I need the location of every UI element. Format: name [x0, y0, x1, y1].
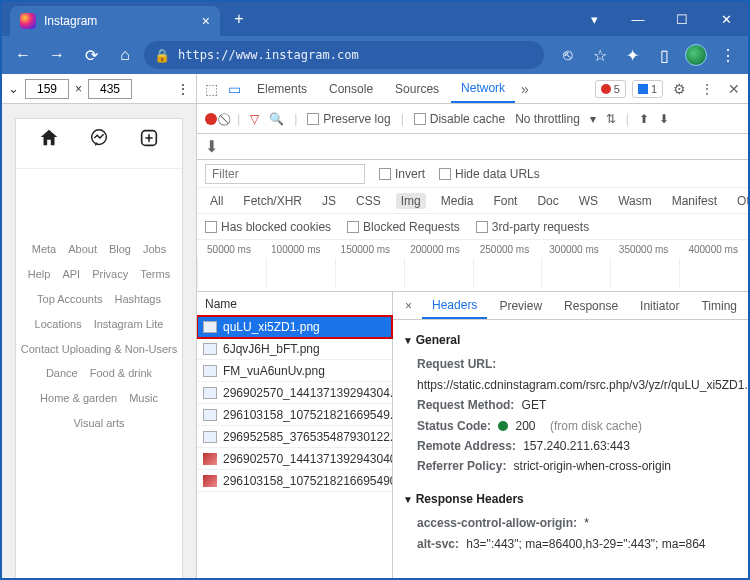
- request-row[interactable]: 296103158_1075218216695490...: [197, 470, 392, 492]
- search-icon[interactable]: 🔍: [269, 112, 284, 126]
- detail-tab-response[interactable]: Response: [554, 292, 628, 319]
- name-column-header[interactable]: Name: [197, 292, 392, 316]
- type-filter-css[interactable]: CSS: [351, 193, 386, 209]
- footer-link[interactable]: Visual arts: [73, 413, 124, 434]
- browser-tab[interactable]: Instagram ×: [10, 6, 220, 36]
- type-filter-doc[interactable]: Doc: [532, 193, 563, 209]
- viewport-width-input[interactable]: [25, 79, 69, 99]
- section-response-headers[interactable]: Response Headers: [403, 489, 738, 509]
- record-button[interactable]: [205, 113, 217, 125]
- footer-link[interactable]: Locations: [35, 314, 82, 335]
- footer-link[interactable]: API: [62, 264, 80, 285]
- forward-button[interactable]: →: [42, 40, 72, 70]
- third-party-checkbox[interactable]: 3rd-party requests: [476, 220, 589, 234]
- download-icon[interactable]: ⬇: [205, 137, 218, 156]
- minimize-button[interactable]: —: [616, 2, 660, 36]
- type-filter-wasm[interactable]: Wasm: [613, 193, 657, 209]
- reload-button[interactable]: ⟳: [76, 40, 106, 70]
- close-window-button[interactable]: ✕: [704, 2, 748, 36]
- settings-icon[interactable]: ⚙: [669, 81, 690, 97]
- request-row[interactable]: 6JqvJ6H_bFT.png: [197, 338, 392, 360]
- star-icon[interactable]: ☆: [586, 41, 614, 69]
- device-dropdown-icon[interactable]: ⌄: [8, 81, 19, 96]
- footer-link[interactable]: Music: [129, 388, 158, 409]
- tab-elements[interactable]: Elements: [247, 74, 317, 103]
- request-row[interactable]: 296902570_144137139294304...: [197, 382, 392, 404]
- footer-link[interactable]: About: [68, 239, 97, 260]
- messages-badge[interactable]: 1: [632, 80, 663, 98]
- upload-har-icon[interactable]: ⬆: [639, 112, 649, 126]
- filter-icon[interactable]: ▽: [250, 112, 259, 126]
- footer-link[interactable]: Privacy: [92, 264, 128, 285]
- footer-link[interactable]: Hashtags: [114, 289, 160, 310]
- footer-link[interactable]: Jobs: [143, 239, 166, 260]
- footer-link[interactable]: Food & drink: [90, 363, 152, 384]
- profile-avatar[interactable]: [682, 41, 710, 69]
- devtools-close-icon[interactable]: ✕: [724, 81, 744, 97]
- throttling-caret-icon[interactable]: ▾: [590, 112, 596, 126]
- share-icon[interactable]: ⎋: [554, 41, 582, 69]
- panel-icon[interactable]: ▯: [650, 41, 678, 69]
- blocked-cookies-checkbox[interactable]: Has blocked cookies: [205, 220, 331, 234]
- inspect-icon[interactable]: ⬚: [201, 81, 222, 97]
- maximize-button[interactable]: ☐: [660, 2, 704, 36]
- wifi-icon[interactable]: ⇅: [606, 112, 616, 126]
- tab-close-icon[interactable]: ×: [202, 13, 210, 29]
- kebab-menu-icon[interactable]: ⋮: [714, 41, 742, 69]
- blocked-requests-checkbox[interactable]: Blocked Requests: [347, 220, 460, 234]
- footer-link[interactable]: Terms: [140, 264, 170, 285]
- chevron-down-icon[interactable]: ▾: [572, 2, 616, 36]
- type-filter-other[interactable]: Other: [732, 193, 748, 209]
- viewport-height-input[interactable]: [88, 79, 132, 99]
- url-bar[interactable]: 🔒 https://www.instagram.com: [144, 41, 544, 69]
- hide-data-urls-checkbox[interactable]: Hide data URLs: [439, 167, 540, 181]
- footer-link[interactable]: Help: [28, 264, 51, 285]
- footer-link[interactable]: Home & garden: [40, 388, 117, 409]
- type-filter-all[interactable]: All: [205, 193, 228, 209]
- request-row[interactable]: FM_vuA6unUv.png: [197, 360, 392, 382]
- disable-cache-checkbox[interactable]: Disable cache: [414, 112, 505, 126]
- type-filter-img[interactable]: Img: [396, 193, 426, 209]
- type-filter-fetchxhr[interactable]: Fetch/XHR: [238, 193, 307, 209]
- footer-link[interactable]: Top Accounts: [37, 289, 102, 310]
- detail-tab-headers[interactable]: Headers: [422, 292, 487, 319]
- back-button[interactable]: ←: [8, 40, 38, 70]
- footer-link[interactable]: Dance: [46, 363, 78, 384]
- download-har-icon[interactable]: ⬇: [659, 112, 669, 126]
- more-tabs-icon[interactable]: »: [517, 81, 533, 97]
- footer-link[interactable]: Blog: [109, 239, 131, 260]
- detail-close-icon[interactable]: ×: [397, 299, 420, 313]
- new-tab-button[interactable]: +: [226, 6, 252, 32]
- messenger-icon[interactable]: [88, 127, 110, 154]
- request-row[interactable]: 296952585_376535487930122...: [197, 426, 392, 448]
- type-filter-js[interactable]: JS: [317, 193, 341, 209]
- timeline[interactable]: 50000 ms100000 ms150000 ms200000 ms25000…: [197, 240, 748, 292]
- devtools-more-icon[interactable]: ⋮: [696, 81, 718, 97]
- create-post-icon[interactable]: [138, 127, 160, 154]
- detail-tab-preview[interactable]: Preview: [489, 292, 552, 319]
- type-filter-ws[interactable]: WS: [574, 193, 603, 209]
- errors-badge[interactable]: 5: [595, 80, 626, 98]
- home-button[interactable]: ⌂: [110, 40, 140, 70]
- throttling-dropdown[interactable]: No throttling: [515, 112, 580, 126]
- type-filter-manifest[interactable]: Manifest: [667, 193, 722, 209]
- tab-network[interactable]: Network: [451, 74, 515, 103]
- filter-input[interactable]: [205, 164, 365, 184]
- extensions-icon[interactable]: ✦: [618, 41, 646, 69]
- section-general[interactable]: General: [403, 330, 738, 350]
- request-row[interactable]: 296902570_1441371392943040...: [197, 448, 392, 470]
- request-row[interactable]: quLU_xi5ZD1.png: [197, 316, 392, 338]
- detail-tab-timing[interactable]: Timing: [691, 292, 747, 319]
- tab-sources[interactable]: Sources: [385, 74, 449, 103]
- footer-link[interactable]: Instagram Lite: [94, 314, 164, 335]
- device-toggle-icon[interactable]: ▭: [224, 81, 245, 97]
- home-icon[interactable]: [38, 127, 60, 154]
- type-filter-font[interactable]: Font: [488, 193, 522, 209]
- type-filter-media[interactable]: Media: [436, 193, 479, 209]
- responsive-more-icon[interactable]: ⋮: [176, 81, 190, 97]
- request-row[interactable]: 296103158_107521821669549...: [197, 404, 392, 426]
- footer-link[interactable]: Contact Uploading & Non-Users: [21, 339, 178, 360]
- preserve-log-checkbox[interactable]: Preserve log: [307, 112, 390, 126]
- invert-checkbox[interactable]: Invert: [379, 167, 425, 181]
- footer-link[interactable]: Meta: [32, 239, 56, 260]
